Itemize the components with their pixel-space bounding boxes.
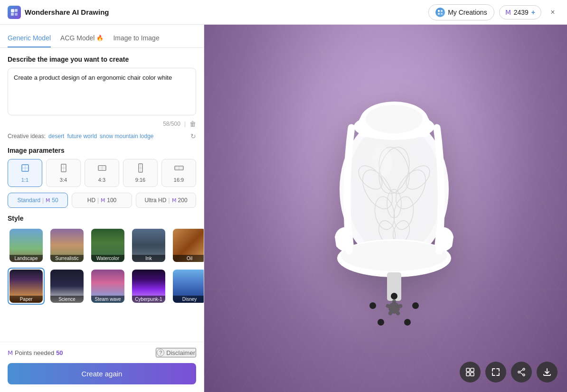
prompt-section-title: Describe the image you want to create [8, 56, 196, 63]
image-actions [460, 362, 558, 383]
ratio-16-9[interactable]: 16:9 [161, 159, 196, 187]
points-icon: Ⅿ [8, 349, 13, 356]
style-watercolor[interactable]: Watercolor [89, 227, 126, 264]
question-icon: ? [157, 349, 164, 356]
ratio-grid: 1:1 3:4 4:3 [8, 159, 196, 187]
style-label-cyberpunk1: Cyberpunk-1 [132, 296, 165, 303]
my-creations-icon [435, 8, 445, 17]
params-section-title: Image parameters [8, 147, 196, 154]
quality-hd-m: Ⅿ [101, 197, 105, 204]
panel-content: Describe the image you want to create Cr… [0, 48, 204, 342]
ratio-9-16[interactable]: 9:16 [123, 159, 158, 187]
restore-button[interactable] [460, 362, 481, 383]
right-panel [204, 25, 567, 392]
tab-generic[interactable]: Generic Model [8, 30, 51, 47]
credits-count: 2439 [514, 9, 529, 16]
ratio-icon-11 [20, 163, 30, 175]
style-section-title: Style [8, 215, 196, 222]
style-surrealistic[interactable]: Surrealistic [48, 227, 85, 264]
creative-label: Creative ideas: [8, 133, 46, 140]
char-count: 58/500 [163, 121, 180, 127]
share-button[interactable] [511, 362, 532, 383]
style-label-landscape: Landscape [9, 255, 43, 262]
fire-icon: 🔥 [96, 35, 104, 41]
trash-icon[interactable]: 🗑 [189, 120, 196, 128]
style-thumb-watercolor: Watercolor [91, 229, 124, 262]
main-layout: Generic Model ACG Model 🔥 Image to Image… [0, 25, 567, 392]
svg-rect-61 [471, 368, 474, 372]
svg-point-64 [523, 368, 525, 370]
idea-chip-0[interactable]: desert [48, 133, 64, 140]
quality-ultrahd-m: Ⅿ [172, 197, 176, 204]
style-thumb-surrealistic: Surrealistic [50, 229, 84, 262]
svg-rect-1 [15, 9, 18, 12]
quality-ultra-hd[interactable]: Ultra HD | Ⅿ 200 [136, 193, 196, 208]
svg-rect-3 [15, 13, 18, 16]
ratio-label-916: 9:16 [135, 177, 145, 183]
style-cyberpunk1[interactable]: Cyberpunk-1 [130, 268, 167, 305]
title-right: My Creations Ⅿ 2439 + × [428, 4, 559, 20]
bottom-row: Ⅿ Points needed 50 ? Disclaimer [0, 342, 204, 363]
svg-rect-5 [441, 10, 443, 12]
style-label-paper: Paper [9, 296, 43, 303]
refresh-icon[interactable]: ↻ [190, 132, 196, 140]
svg-rect-62 [466, 373, 470, 376]
credits-button[interactable]: Ⅿ 2439 + [499, 5, 541, 19]
style-disney[interactable]: Disney [171, 268, 204, 305]
idea-chip-1[interactable]: future world [67, 133, 97, 140]
ratio-1-1[interactable]: 1:1 [8, 159, 42, 187]
style-thumb-landscape: Landscape [9, 229, 43, 262]
svg-point-55 [412, 302, 419, 309]
svg-point-66 [523, 374, 525, 376]
style-science[interactable]: Science [48, 268, 85, 305]
download-button[interactable] [537, 362, 558, 383]
app-logo [8, 6, 21, 19]
style-oil[interactable]: Oil [171, 227, 204, 264]
quality-hd[interactable]: HD | Ⅿ 100 [72, 193, 132, 208]
style-label-disney: Disney [173, 296, 204, 303]
my-creations-button[interactable]: My Creations [428, 4, 494, 20]
svg-line-67 [520, 370, 523, 372]
style-label-science: Science [50, 296, 84, 303]
disclaimer-button[interactable]: ? Disclaimer [156, 348, 196, 357]
svg-point-57 [378, 319, 384, 326]
quality-standard[interactable]: Standard | Ⅿ 50 [8, 193, 68, 208]
ratio-3-4[interactable]: 3:4 [46, 159, 81, 187]
style-thumb-paper: Paper [9, 270, 43, 303]
svg-point-46 [341, 241, 447, 271]
generated-image [204, 25, 567, 392]
prompt-container: Create a product design of an ergonomic … [8, 68, 196, 128]
close-button[interactable]: × [546, 6, 559, 19]
ratio-4-3[interactable]: 4:3 [85, 159, 119, 187]
style-landscape[interactable]: Landscape [8, 227, 45, 264]
left-panel: Generic Model ACG Model 🔥 Image to Image… [0, 25, 204, 392]
points-value: 50 [56, 349, 63, 356]
style-thumb-steamwave: Steam wave [91, 270, 124, 303]
tab-acg[interactable]: ACG Model 🔥 [60, 30, 104, 47]
prompt-textarea[interactable]: Create a product design of an ergonomic … [8, 68, 196, 115]
svg-line-68 [520, 373, 523, 374]
style-label-ink: Ink [132, 255, 165, 262]
style-grid: Landscape Surrealistic [8, 227, 196, 305]
svg-rect-63 [471, 373, 474, 376]
style-steamwave[interactable]: Steam wave [89, 268, 126, 305]
style-thumb-science: Science [50, 270, 84, 303]
svg-rect-2 [11, 13, 14, 16]
style-ink[interactable]: Ink [130, 227, 167, 264]
expand-button[interactable] [485, 362, 506, 383]
quality-grid: Standard | Ⅿ 50 HD | Ⅿ 100 Ultra HD | [8, 193, 196, 208]
style-paper[interactable]: Paper [8, 268, 45, 305]
ratio-icon-43 [97, 163, 107, 175]
style-label-oil: Oil [173, 255, 204, 262]
ratio-label-43: 4:3 [98, 177, 105, 183]
separator: | [184, 121, 186, 127]
svg-rect-60 [466, 368, 470, 372]
create-again-button[interactable]: Create again [8, 363, 196, 384]
svg-rect-0 [11, 9, 14, 12]
credits-icon: Ⅿ [505, 9, 511, 16]
tab-image-to-image[interactable]: Image to Image [113, 30, 159, 47]
svg-point-54 [391, 293, 397, 299]
idea-chip-2[interactable]: snow mountain lodge [100, 133, 153, 140]
svg-point-65 [518, 371, 520, 373]
ratio-icon-916 [136, 163, 145, 175]
